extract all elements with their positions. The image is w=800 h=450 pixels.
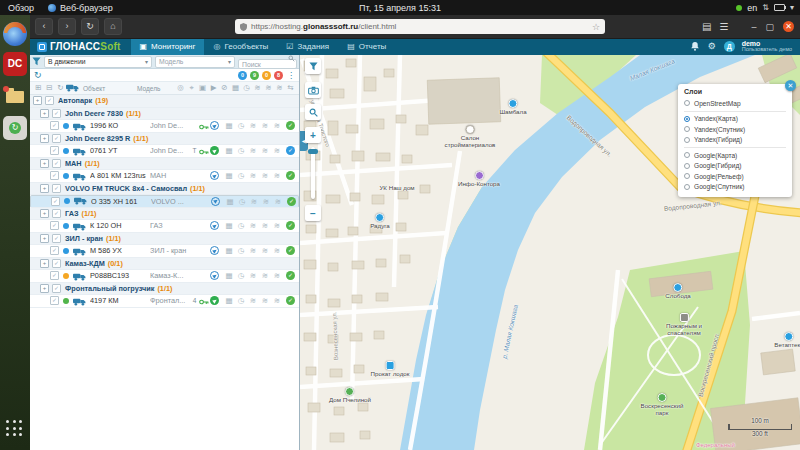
report-icon[interactable]: ▦ [224,197,236,206]
group-row[interactable]: +✓ЗИЛ - кран(1/1) [30,233,299,246]
expander-icon[interactable]: + [40,134,49,143]
route-icon[interactable]: ⇆ [285,83,296,93]
reading-list-icon[interactable]: ▤ [702,21,711,32]
sensor-icon[interactable]: ≋ [271,121,283,130]
sensor-icon[interactable]: ≋ [271,221,283,230]
vehicle-checkbox[interactable]: ✓ [51,197,60,206]
history-icon[interactable]: ◷ [235,271,247,280]
group-checkbox[interactable]: ✓ [52,159,61,168]
group-row[interactable]: +✓Фронтальный погрузчик(1/1) [30,283,299,296]
expander-icon[interactable]: + [33,96,42,105]
group-checkbox[interactable]: ✓ [45,96,54,105]
radio-icon[interactable] [684,173,690,179]
clock[interactable]: Пт, 15 апреля 15:31 [0,3,800,13]
map-canvas[interactable]: Малая Кокшагар. Малая КокшагаВодопроводн… [300,55,800,450]
vehicle-row[interactable]: ✓4197 КМФронтал...4▦◷≋≋≋✓ [30,295,299,308]
group-row[interactable]: +✓VOLVO FM TRUCK 8х4 - Самосвал(1/1) [30,183,299,196]
report-icon[interactable]: ▦ [223,121,235,130]
report-icon[interactable]: ▦ [223,296,235,305]
zoom-out-button[interactable]: − [305,205,321,221]
sensor-icon[interactable]: ≋ [263,83,274,93]
home-button[interactable]: ⌂ [104,18,122,35]
group-checkbox[interactable]: ✓ [52,259,61,268]
tab-geoobjects[interactable]: ◎Геообъекты [204,38,277,55]
layers-close-icon[interactable]: ✕ [785,80,796,91]
expander-icon[interactable]: + [40,259,49,268]
group-checkbox[interactable]: ✓ [52,234,61,243]
expander-icon[interactable]: + [40,159,49,168]
column-model[interactable]: Модель [137,85,172,92]
state-filter-select[interactable]: В движении▾ [44,56,152,68]
group-row[interactable]: +✓ГАЗ(1/1) [30,208,299,221]
expander-icon[interactable]: + [40,109,49,118]
filter-funnel-icon[interactable] [32,57,41,66]
vehicle-row[interactable]: ✓М 586 УХЗИЛ - кран▦◷≋≋≋✓ [30,245,299,258]
model-filter-select[interactable]: Модель▾ [155,56,235,68]
group-row[interactable]: +✓John Deere 8295 R(1/1) [30,133,299,146]
sensor-icon[interactable]: ≋ [272,197,284,206]
notifications-bell-icon[interactable] [690,41,700,51]
layer-option[interactable]: Google(Гибрид) [684,161,786,172]
sensor-icon[interactable]: ≋ [247,221,259,230]
group-row[interactable]: +✓Автопарк(19) [30,95,299,108]
refresh-icon[interactable]: ↻ [55,83,66,94]
zoom-slider-handle[interactable] [308,149,318,154]
show-applications-button[interactable] [6,420,24,438]
group-checkbox[interactable]: ✓ [52,209,61,218]
expander-icon[interactable]: + [40,184,49,193]
history-icon[interactable]: ◷ [235,221,247,230]
expander-icon[interactable]: + [40,209,49,218]
playback-icon[interactable]: ▶ [208,83,219,93]
sensor-icon[interactable]: ≋ [259,296,271,305]
expander-icon[interactable]: + [40,234,49,243]
history-icon[interactable]: ◷ [235,146,247,155]
history-icon[interactable]: ◷ [241,83,252,93]
tab-monitoring[interactable]: ▣Мониторинг [131,38,205,55]
radio-icon[interactable] [684,137,690,143]
vehicle-row[interactable]: ✓А 801 КМ 123rusМАН▦◷≋≋≋✓ [30,170,299,183]
vehicle-row[interactable]: ✓К 120 ОНГАЗ▦◷≋≋≋✓ [30,220,299,233]
vehicle-checkbox[interactable]: ✓ [50,221,59,230]
vehicle-checkbox[interactable]: ✓ [50,146,59,155]
map-filter-button[interactable] [305,58,321,74]
tab-tasks[interactable]: ☑Задания [277,38,338,55]
camera-icon[interactable]: ▣ [197,83,208,93]
history-icon[interactable]: ◷ [236,197,248,206]
sensor-icon[interactable]: ≋ [259,271,271,280]
sensor-icon[interactable]: ≋ [247,146,259,155]
sensor-icon[interactable]: ≋ [259,221,271,230]
browser-menu-icon[interactable]: ☰ [719,21,728,32]
dock-dc-app-icon[interactable]: DC [3,52,27,76]
sensor-icon[interactable]: ≋ [259,121,271,130]
group-row[interactable]: +✓Камаз-КДМ(0/1) [30,258,299,271]
map-screenshot-button[interactable] [305,82,321,98]
user-menu[interactable]: demo Пользователь демо [742,40,792,53]
vehicle-checkbox[interactable]: ✓ [50,246,59,255]
group-checkbox[interactable]: ✓ [52,184,61,193]
radio-icon[interactable] [684,152,690,158]
vehicle-row[interactable]: ✓0761 УТJohn De...Т▦◷≋≋≋✓ [30,145,299,158]
tab-reports[interactable]: ▤Отчеты [338,38,395,55]
sensor-icon[interactable]: ≋ [247,296,259,305]
sensor-icon[interactable]: ≋ [247,246,259,255]
block-icon[interactable]: ⊘ [219,83,230,93]
radio-icon[interactable] [684,126,690,132]
dock-files-icon[interactable] [3,84,27,108]
map-search-button[interactable] [305,104,321,120]
collapse-all-icon[interactable]: ⊞ [33,83,44,94]
dock-software-icon[interactable]: ↻ [3,116,27,140]
vehicle-checkbox[interactable]: ✓ [50,296,59,305]
layer-option[interactable]: Yandex(Спутник) [684,124,786,135]
sensor-icon[interactable]: ≋ [247,171,259,180]
counter-ok[interactable]: 9 [250,71,259,80]
window-close-button[interactable]: ✕ [783,21,794,32]
history-icon[interactable]: ◷ [235,171,247,180]
report-icon[interactable]: ▦ [223,246,235,255]
expander-icon[interactable]: + [40,284,49,293]
vehicle-row[interactable]: ✓О 335 ХН 161VOLVO ...▦◷≋≋≋✓ [30,195,299,208]
layer-option[interactable]: Google(Спутник) [684,182,786,193]
forward-button[interactable]: › [58,18,76,35]
keyboard-layout[interactable]: en [747,3,757,13]
back-button[interactable]: ‹ [35,18,53,35]
layer-option[interactable]: Google(Рельеф) [684,171,786,182]
